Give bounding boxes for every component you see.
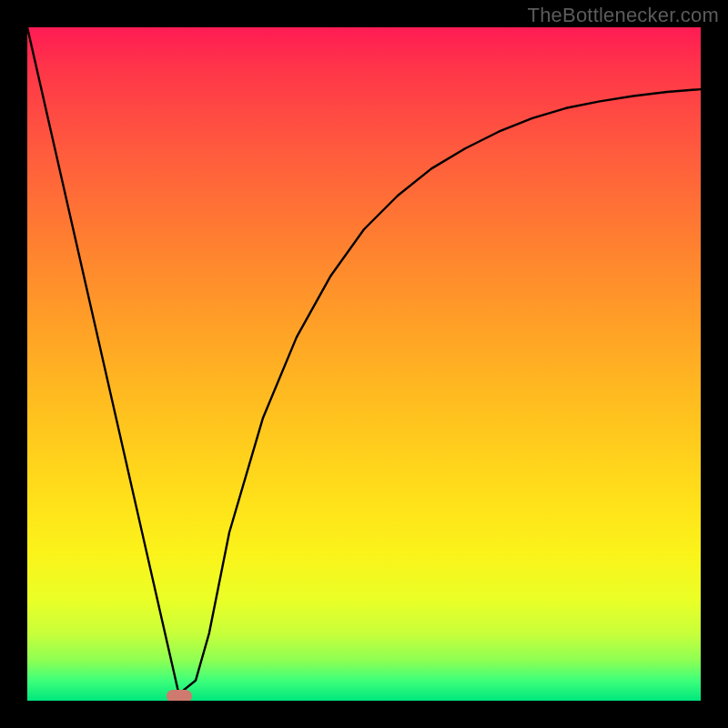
optimal-marker <box>167 690 192 701</box>
chart-frame: TheBottlenecker.com <box>0 0 728 728</box>
watermark-text: TheBottlenecker.com <box>528 4 719 27</box>
plot-area <box>27 27 701 701</box>
bottleneck-curve <box>27 27 701 701</box>
